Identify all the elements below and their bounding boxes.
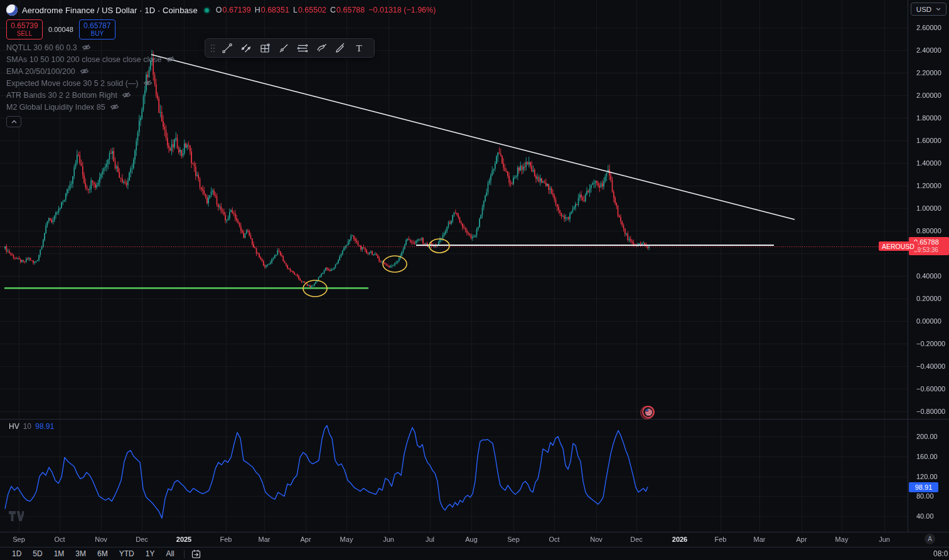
price-axis-label: −0.60000: [916, 385, 945, 393]
drawing-toolbar: T: [205, 38, 375, 58]
trend-line-tool[interactable]: [218, 40, 236, 56]
tradingview-logo-icon[interactable]: [9, 511, 24, 521]
open-label: O: [216, 6, 222, 14]
hv-axis-label: 120.00: [916, 473, 938, 480]
price-axis-label: −0.40000: [916, 362, 945, 370]
horizontal-lines-icon: [296, 42, 309, 55]
economic-event-flag-icon[interactable]: [642, 406, 655, 418]
buy-price: 0.65787: [80, 21, 115, 30]
price-axis-label: 2.60000: [916, 24, 941, 31]
eye-hidden-icon[interactable]: [143, 79, 153, 87]
time-axis-label: Oct: [549, 536, 559, 543]
toolbar-drag-handle[interactable]: [209, 43, 216, 54]
text-tool-tool[interactable]: T: [350, 40, 368, 56]
range-button-5d[interactable]: 5D: [27, 547, 48, 560]
currency-label: USD: [916, 6, 931, 13]
parallel-channel-tool[interactable]: [237, 40, 255, 56]
buy-label: BUY: [80, 30, 115, 37]
time-axis-label: Sep: [507, 536, 520, 543]
horizontal-lines-tool[interactable]: [294, 40, 311, 56]
indicator-label: NQTLL 30 60 60 0.3: [6, 43, 77, 52]
change-value: −0.01318 (−1.96%): [368, 6, 436, 14]
price-axis-label: 0.80000: [916, 227, 941, 235]
price-axis-label: 1.20000: [916, 182, 941, 189]
time-axis-label: Jun: [383, 536, 394, 543]
time-axis-label: Mar: [259, 536, 271, 543]
price-axis[interactable]: USD 0.65788 09:53:36 98.91 2.600002.4000…: [908, 0, 949, 532]
buy-button[interactable]: 0.65787 BUY: [79, 19, 115, 40]
indicator-item[interactable]: M2 Global Liquidity Index 85: [6, 101, 436, 113]
sell-label: SELL: [7, 30, 42, 37]
price-axis-label: 2.40000: [916, 46, 941, 54]
time-axis-label: Jul: [426, 536, 434, 543]
eye-hidden-icon[interactable]: [166, 55, 175, 63]
eye-hidden-icon[interactable]: [82, 43, 91, 51]
bottom-toolbar: 1D5D1M3M6MYTD1YAll 08:0: [0, 547, 949, 560]
eye-hidden-icon[interactable]: [122, 91, 131, 99]
time-axis-label: Nov: [590, 536, 603, 543]
marker-pen-icon: [334, 42, 346, 55]
symbol-title[interactable]: Aerodrome Finance / US Dollar · 1D · Coi…: [22, 6, 198, 15]
collapse-legend-button[interactable]: [6, 116, 21, 127]
spread-value: 0.00048: [48, 26, 73, 33]
go-to-date-button[interactable]: [191, 549, 201, 559]
position-box-icon: [259, 42, 271, 55]
currency-selector-button[interactable]: USD: [911, 3, 946, 16]
range-button-1d[interactable]: 1D: [6, 547, 27, 560]
hv-value: 98.91: [35, 422, 54, 431]
hv-value-axis-label: 98.91: [909, 482, 938, 492]
date-range-buttons: 1D5D1M3M6MYTD1YAll: [6, 547, 180, 560]
close-label: C: [330, 6, 336, 14]
range-button-6m[interactable]: 6M: [92, 547, 114, 560]
market-status-icon[interactable]: [205, 8, 209, 13]
brush-check-tool[interactable]: [313, 40, 330, 56]
time-axis-label: Jun: [879, 536, 890, 543]
price-axis-label: 1.60000: [916, 137, 941, 144]
time-axis[interactable]: A SepOctNovDec2025FebMarAprMayJunJulAugS…: [0, 532, 949, 547]
position-box-tool[interactable]: [256, 40, 274, 56]
indicator-label: M2 Global Liquidity Index 85: [6, 103, 105, 112]
hv-legend[interactable]: HV 10 98.91: [9, 422, 54, 431]
price-axis-label: −0.80000: [916, 408, 945, 415]
marker-pen-tool[interactable]: [331, 40, 349, 56]
indicator-item[interactable]: Expected Move close 30 5 2 solid (—): [6, 77, 436, 89]
hv-axis-label: 80.00: [916, 492, 934, 500]
eye-hidden-icon[interactable]: [110, 103, 119, 111]
sell-button[interactable]: 0.65739 SELL: [6, 19, 43, 40]
range-button-1y[interactable]: 1Y: [140, 547, 161, 560]
range-button-3m[interactable]: 3M: [70, 547, 92, 560]
price-axis-label: 2.20000: [916, 69, 941, 77]
low-label: L: [293, 6, 298, 14]
hv-axis-label: 200.00: [916, 433, 938, 440]
price-axis-label: 1.80000: [916, 114, 941, 122]
chevron-up-icon: [11, 120, 17, 124]
auto-scale-badge[interactable]: A: [925, 534, 935, 544]
time-axis-label: Nov: [95, 536, 107, 543]
symbol-price-tag[interactable]: AEROUSD: [879, 241, 918, 251]
us-flag-icon: [645, 409, 652, 416]
chart-legend: Aerodrome Finance / US Dollar · 1D · Coi…: [6, 4, 436, 127]
indicator-item[interactable]: EMA 20/50/100/200: [6, 65, 436, 77]
high-label: H: [255, 6, 260, 14]
pane-separator[interactable]: [0, 419, 949, 420]
range-button-ytd[interactable]: YTD: [114, 547, 140, 560]
ray-tool[interactable]: [275, 40, 292, 56]
tradingview-chart-app: Aerodrome Finance / US Dollar · 1D · Coi…: [0, 0, 949, 560]
drag-dots-icon: [210, 44, 215, 53]
indicator-label: Expected Move close 30 5 2 solid (—): [6, 79, 139, 88]
time-axis-label: Sep: [13, 536, 25, 543]
price-axis-label: 0.00000: [916, 317, 941, 325]
eye-hidden-icon[interactable]: [80, 67, 89, 75]
time-axis-label: Feb: [220, 536, 232, 543]
indicator-label: EMA 20/50/100/200: [6, 67, 75, 76]
indicator-item[interactable]: ATR Bands 30 2 2 Bottom Right: [6, 89, 436, 101]
range-button-all[interactable]: All: [160, 547, 180, 560]
hv-name: HV: [9, 422, 19, 431]
time-axis-label: Feb: [715, 536, 727, 543]
open-value: 0.67139: [223, 6, 251, 14]
time-axis-label: Aug: [465, 536, 478, 543]
time-display[interactable]: 08:0: [933, 549, 948, 558]
range-button-1m[interactable]: 1M: [48, 547, 70, 560]
price-axis-label: −0.20000: [916, 340, 945, 347]
time-axis-label: 2025: [176, 536, 191, 543]
